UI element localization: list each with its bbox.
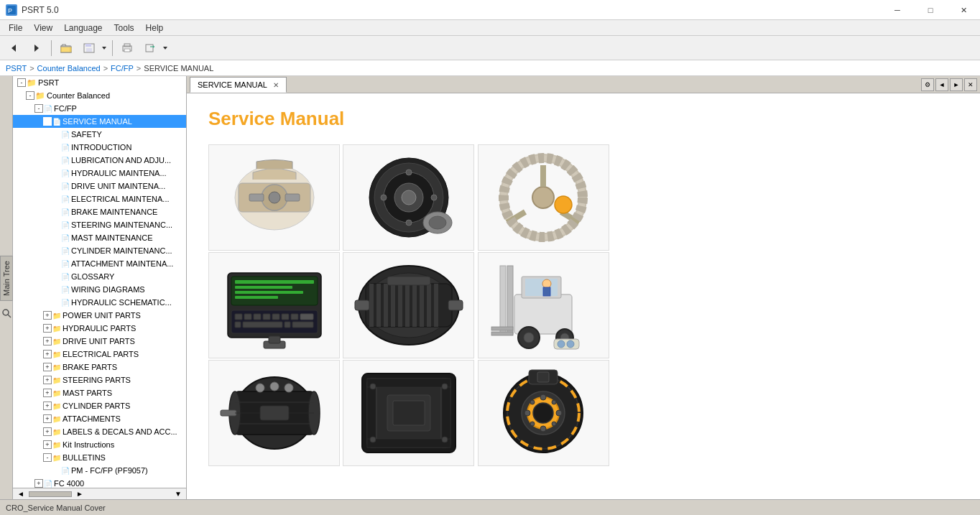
tree-item-hydraulic-maint[interactable]: 📄 HYDRAULIC MAINTENA...: [13, 167, 186, 180]
menu-file[interactable]: File: [3, 20, 28, 36]
open-button[interactable]: [55, 38, 77, 58]
tab-next-button[interactable]: ►: [950, 78, 963, 91]
svg-point-131: [524, 410, 530, 416]
expander-power[interactable]: +: [43, 311, 52, 320]
tree-item-electrical-maint[interactable]: 📄 ELECTRICAL MAINTENA...: [13, 192, 186, 205]
svg-rect-69: [369, 284, 374, 327]
expander-mastparts[interactable]: +: [43, 389, 52, 397]
tree-item-wiring[interactable]: 📄 WIRING DIAGRAMS: [13, 283, 186, 296]
tree-item-fc4000[interactable]: + 📄 FC 4000: [13, 477, 186, 488]
svg-rect-109: [260, 406, 289, 420]
close-button[interactable]: ✕: [947, 0, 980, 20]
svg-rect-61: [243, 322, 282, 328]
main-tree-toggle[interactable]: Main Tree: [0, 256, 13, 301]
folder-icon-hydparts: 📁: [52, 325, 61, 333]
breadcrumb-sep-2: >: [103, 64, 108, 73]
menu-help[interactable]: Help: [140, 20, 170, 36]
tree-item-psrt[interactable]: - 📁 PSRT: [13, 76, 186, 89]
tree-item-introduction[interactable]: 📄 INTRODUCTION: [13, 141, 186, 154]
tree-item-cylinder-maint[interactable]: 📄 CYLINDER MAINTENANC...: [13, 244, 186, 257]
search-toggle[interactable]: [0, 307, 13, 320]
tree-item-steering-parts[interactable]: + 📁 STEERING PARTS: [13, 374, 186, 386]
doc-icon-steermaint: 📄: [61, 221, 70, 229]
tree-item-attach-maint[interactable]: 📄 ATTACHMENT MAINTENA...: [13, 257, 186, 270]
tab-service-manual[interactable]: SERVICE MANUAL ✕: [190, 77, 287, 93]
breadcrumb-counter-balanced[interactable]: Counter Balanced: [37, 64, 101, 73]
forward-button[interactable]: [26, 38, 47, 58]
expander-elecparts[interactable]: +: [43, 350, 52, 358]
tree-item-brake-parts[interactable]: + 📁 BRAKE PARTS: [13, 361, 186, 374]
expander-bulletins[interactable]: -: [43, 453, 52, 462]
tree-item-brake-maint[interactable]: 📄 BRAKE MAINTENANCE: [13, 205, 186, 218]
svg-text:P: P: [8, 7, 12, 14]
tree-item-pm-fcfp[interactable]: 📄 PM - FC/FP (PF9057): [13, 464, 186, 477]
tree-item-power-unit[interactable]: + 📁 POWER UNIT PARTS: [13, 309, 186, 322]
expander-kit[interactable]: +: [43, 440, 52, 449]
doc-icon-safety: 📄: [61, 131, 70, 139]
tab-prev-button[interactable]: ◄: [935, 78, 948, 91]
tab-close-all-button[interactable]: ✕: [964, 78, 977, 91]
tree-item-steering-maint[interactable]: 📄 STEERING MAINTENANC...: [13, 218, 186, 231]
tree-item-hydraulic-schema[interactable]: 📄 HYDRAULIC SCHEMATIC...: [13, 296, 186, 309]
tree-item-service-manual[interactable]: - 📄 SERVICE MANUAL: [13, 115, 186, 128]
expander-cylparts[interactable]: +: [43, 402, 52, 410]
save-button-group[interactable]: [78, 38, 108, 58]
page-content: Service Manual: [187, 93, 980, 499]
tree-item-fcfp[interactable]: - 📄 FC/FP: [13, 102, 186, 115]
tree-scrollbar-thumb[interactable]: [29, 491, 72, 497]
tab-close-button[interactable]: ✕: [273, 81, 279, 89]
tree-item-cylinder-parts[interactable]: + 📁 CYLINDER PARTS: [13, 399, 186, 412]
expander-psrt[interactable]: -: [17, 78, 26, 87]
expander-safety: [52, 130, 60, 139]
tree-item-kit-instructions[interactable]: + 📁 Kit Instructions: [13, 438, 186, 451]
save-button[interactable]: [78, 38, 100, 58]
tab-settings-button[interactable]: ⚙: [921, 78, 934, 91]
svg-point-103: [256, 384, 264, 392]
svg-rect-76: [420, 284, 424, 327]
expander-fc4000[interactable]: +: [34, 479, 43, 488]
folder-icon-cylparts: 📁: [52, 402, 61, 410]
save-dropdown[interactable]: [100, 38, 108, 58]
tree-scroll-area[interactable]: - 📁 PSRT - 📁 Counter Balanced - 📄 FC/FP: [13, 76, 186, 488]
tree-item-glossary[interactable]: 📄 GLOSSARY: [13, 270, 186, 283]
tree-scroll-left[interactable]: ◄: [14, 489, 27, 498]
tree-item-mast-maint[interactable]: 📄 MAST MAINTENANCE: [13, 231, 186, 244]
expander-steerparts[interactable]: +: [43, 376, 52, 384]
tree-item-labels[interactable]: + 📁 LABELS & DECALS AND ACC...: [13, 425, 186, 438]
export-button[interactable]: [139, 38, 161, 58]
expander-sm[interactable]: -: [43, 117, 52, 126]
expander-cb[interactable]: -: [26, 91, 34, 100]
tree-item-attachments[interactable]: + 📁 ATTACHMENTS: [13, 412, 186, 425]
tree-item-counter-balanced[interactable]: - 📁 Counter Balanced: [13, 89, 186, 102]
export-button-group[interactable]: [139, 38, 170, 58]
expander-labels[interactable]: +: [43, 427, 52, 436]
expander-fcfp[interactable]: -: [34, 104, 43, 113]
breadcrumb-psrt[interactable]: PSRT: [6, 64, 27, 73]
expander-driveparts[interactable]: +: [43, 337, 52, 345]
menu-tools[interactable]: Tools: [108, 20, 140, 36]
maximize-button[interactable]: □: [914, 0, 947, 20]
tree-scroll-right[interactable]: ►: [73, 489, 86, 498]
expander-attach[interactable]: +: [43, 414, 52, 423]
content-area: SERVICE MANUAL ✕ ⚙ ◄ ► ✕ Service Manual: [187, 76, 980, 499]
tree-item-safety[interactable]: 📄 SAFETY: [13, 128, 186, 141]
menu-language[interactable]: Language: [58, 20, 108, 36]
expander-hydparts[interactable]: +: [43, 324, 52, 333]
image-cell-1: [208, 144, 340, 251]
tree-item-lubrication[interactable]: 📄 LUBRICATION AND ADJU...: [13, 154, 186, 167]
print-button[interactable]: [116, 38, 138, 58]
tree-item-drive-parts[interactable]: + 📁 DRIVE UNIT PARTS: [13, 335, 186, 348]
menu-view[interactable]: View: [28, 20, 58, 36]
back-button[interactable]: [3, 38, 24, 58]
tree-item-mast-parts[interactable]: + 📁 MAST PARTS: [13, 386, 186, 399]
tree-scroll-down[interactable]: ▼: [172, 489, 185, 498]
label-brake-parts: BRAKE PARTS: [63, 363, 117, 371]
tree-item-hydraulic-parts[interactable]: + 📁 HYDRAULIC PARTS: [13, 322, 186, 335]
tree-item-bulletins[interactable]: - 📁 BULLETINS: [13, 451, 186, 464]
export-dropdown[interactable]: [161, 38, 170, 58]
tree-item-electrical-parts[interactable]: + 📁 ELECTRICAL PARTS: [13, 348, 186, 361]
tree-item-drive-maint[interactable]: 📄 DRIVE UNIT MAINTENA...: [13, 180, 186, 192]
minimize-button[interactable]: ─: [881, 0, 914, 20]
breadcrumb-fcfp[interactable]: FC/FP: [111, 64, 134, 73]
expander-brakeparts[interactable]: +: [43, 363, 52, 371]
